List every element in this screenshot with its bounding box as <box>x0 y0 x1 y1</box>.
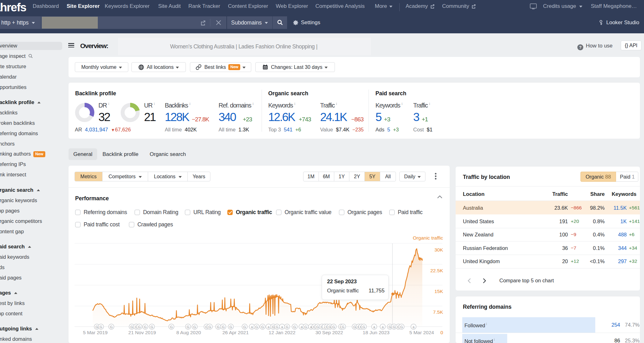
svg-text:G: G <box>100 325 103 329</box>
svg-text:15K: 15K <box>434 289 443 294</box>
svg-text:G: G <box>96 325 98 329</box>
svg-text:G: G <box>393 325 396 329</box>
svg-text:G: G <box>304 325 307 329</box>
svg-text:a: a <box>382 325 384 329</box>
svg-text:a: a <box>373 325 375 329</box>
svg-text:a: a <box>413 325 415 329</box>
svg-text:G: G <box>353 325 356 329</box>
svg-text:G: G <box>293 325 296 329</box>
svg-text:a: a <box>251 325 253 329</box>
svg-text:G: G <box>342 325 345 329</box>
svg-text:7.5K: 7.5K <box>433 309 443 315</box>
svg-text:G: G <box>261 325 264 329</box>
svg-text:5 Mar 2024: 5 Mar 2024 <box>409 330 434 335</box>
svg-text:22.5K: 22.5K <box>430 268 443 273</box>
svg-text:a: a <box>268 325 270 329</box>
svg-text:0: 0 <box>440 330 443 335</box>
svg-text:G: G <box>151 325 153 329</box>
svg-text:26 Apr 2021: 26 Apr 2021 <box>222 330 249 335</box>
svg-text:G: G <box>332 325 335 329</box>
svg-text:8 Aug 2020: 8 Aug 2020 <box>176 330 201 335</box>
svg-text:30K: 30K <box>434 247 443 252</box>
svg-text:G: G <box>208 325 211 329</box>
svg-text:G: G <box>230 325 232 329</box>
svg-text:G: G <box>400 325 403 329</box>
svg-text:18 Jun 2023: 18 Jun 2023 <box>363 330 389 335</box>
svg-text:G: G <box>255 325 258 329</box>
svg-text:G: G <box>243 325 246 329</box>
svg-text:G: G <box>316 325 319 329</box>
svg-text:G: G <box>217 325 220 329</box>
svg-text:30 Sep 2022: 30 Sep 2022 <box>315 330 343 335</box>
svg-text:G: G <box>138 325 141 329</box>
svg-text:G: G <box>187 325 190 329</box>
svg-text:Organic traffic: Organic traffic <box>413 235 443 241</box>
svg-text:21 Nov 2019: 21 Nov 2019 <box>128 330 156 335</box>
svg-text:G: G <box>222 325 225 329</box>
svg-text:G: G <box>144 325 147 329</box>
svg-text:G: G <box>363 325 365 329</box>
svg-text:G: G <box>286 325 289 329</box>
svg-text:a: a <box>301 325 303 329</box>
svg-text:a: a <box>281 325 283 329</box>
svg-text:12 Jan 2022: 12 Jan 2022 <box>269 330 295 335</box>
svg-text:G: G <box>110 325 113 329</box>
svg-text:G: G <box>193 325 196 329</box>
svg-text:G: G <box>389 325 391 329</box>
svg-text:G: G <box>276 325 279 329</box>
svg-text:5 Mar 2019: 5 Mar 2019 <box>83 330 108 335</box>
svg-text:G: G <box>130 325 133 329</box>
svg-text:G: G <box>170 325 173 329</box>
